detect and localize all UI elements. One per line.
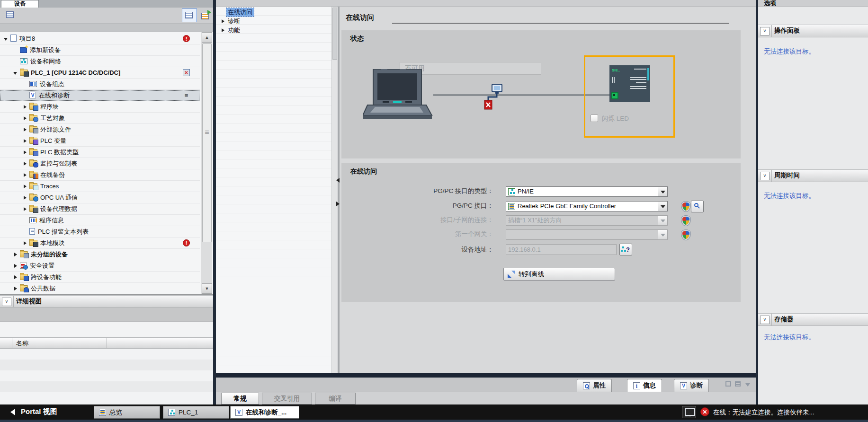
tree-view-icon[interactable] xyxy=(4,9,16,21)
dropdown-arrow-icon[interactable] xyxy=(658,202,667,211)
tree-item-local-modules[interactable]: 本地模块! xyxy=(0,237,200,249)
float-window-icon[interactable] xyxy=(725,381,731,387)
tree-item-external-source-files[interactable]: 外部源文件 xyxy=(0,124,200,135)
security-settings-icon xyxy=(20,263,27,269)
tree-item-plc-1[interactable]: PLC_1 [CPU 1214C DC/DC/DC]✕ xyxy=(0,67,200,79)
subtab-general[interactable]: 常规 xyxy=(221,393,259,404)
scroll-down-icon[interactable]: ▼ xyxy=(202,283,212,294)
detail-view-gap xyxy=(0,322,213,337)
nav-scrollbar-thumb[interactable] xyxy=(332,8,337,60)
svg-text:SIE..: SIE.. xyxy=(612,68,620,72)
expand-arrow-icon[interactable] xyxy=(13,286,20,291)
grip-badge-icon: ≡ xyxy=(183,92,190,99)
tree-item-device-proxy-data[interactable]: 设备代理数据 xyxy=(0,203,200,215)
expand-arrow-icon[interactable] xyxy=(23,161,29,166)
details-toggle-button[interactable] xyxy=(182,9,197,22)
detect-interface-button[interactable] xyxy=(691,201,704,212)
pgpc-interface-dropdown[interactable]: Realtek PCIe GbE Family Controller xyxy=(506,201,668,211)
tree-item-traces[interactable]: Traces xyxy=(0,181,200,192)
collapse-arrow-icon[interactable] xyxy=(4,36,10,41)
tree-item-watch-and-force-tables[interactable]: 监控与强制表 xyxy=(0,158,200,169)
export-table-button[interactable] xyxy=(198,9,212,22)
accessible-devices-button[interactable] xyxy=(619,244,632,255)
tree-item-plc-data-types[interactable]: PLC 数据类型 xyxy=(0,147,200,158)
taskbar-button-overview[interactable]: 总览 xyxy=(94,406,160,419)
expand-arrow-icon[interactable] xyxy=(221,28,226,33)
tree-item-devices-and-networks[interactable]: 设备和网络 xyxy=(0,56,200,67)
nav-scrollbar[interactable] xyxy=(331,7,338,374)
dock-window-icon[interactable] xyxy=(735,381,741,387)
options-section-cycle-time[interactable]: ˅周期时间 xyxy=(758,169,868,182)
expand-arrow-icon[interactable] xyxy=(23,105,29,109)
inspector-tab-diagnostics[interactable]: 诊断 xyxy=(674,379,709,392)
tree-item-plc-alarm-text-lists[interactable]: PLC 报警文本列表 xyxy=(0,226,200,237)
collapse-chevron-icon[interactable]: ˅ xyxy=(2,298,11,306)
tree-item-ungrouped-devices[interactable]: 未分组的设备 xyxy=(0,249,200,260)
subtab-compile[interactable]: 编译 xyxy=(315,393,356,404)
tree-item-add-new-device[interactable]: 添加新设备 xyxy=(0,44,200,56)
expand-arrow-icon[interactable] xyxy=(23,207,29,211)
tree-item-online-backups[interactable]: 在线备份 xyxy=(0,169,200,181)
expand-arrow-icon[interactable] xyxy=(13,275,20,280)
tree-item-device-configuration[interactable]: 设备组态 xyxy=(0,79,200,90)
tree-item-online-and-diagnostics[interactable]: 在线和诊断≡ xyxy=(0,90,200,101)
scrollbar-thumb[interactable] xyxy=(202,44,212,242)
portal-view-button[interactable]: Portal 视图 xyxy=(21,407,57,416)
expand-arrow-icon[interactable] xyxy=(13,264,20,268)
collapse-chevron-icon[interactable]: ˅ xyxy=(760,316,770,324)
portal-back-icon[interactable] xyxy=(10,409,15,415)
collapse-chevron-icon[interactable]: ˅ xyxy=(760,172,770,180)
expand-arrow-icon[interactable] xyxy=(13,252,20,257)
tree-item-plc-tags[interactable]: PLC 变量 xyxy=(0,135,200,147)
tree-item-project-8[interactable]: 项目8! xyxy=(0,33,200,44)
expand-arrow-icon[interactable] xyxy=(23,116,29,121)
expand-arrow-icon[interactable] xyxy=(221,19,226,24)
taskbar-button-online-diagnostics[interactable]: 在线和诊断_... xyxy=(230,406,299,419)
column-header-name[interactable]: 名称 xyxy=(12,338,107,348)
tree-item-security-settings[interactable]: 安全设置 xyxy=(0,260,200,272)
dropdown-arrow-icon[interactable] xyxy=(658,187,667,196)
detail-view-header[interactable]: ˅ 详细视图 xyxy=(0,295,213,308)
tab-devices[interactable]: 设备 xyxy=(1,0,39,8)
nav-item-online-access[interactable]: 在线访问 xyxy=(216,8,331,17)
expand-arrow-icon[interactable] xyxy=(23,150,29,155)
expand-arrow-icon[interactable] xyxy=(23,195,29,200)
taskbar-button-plc-1[interactable]: PLC_1 xyxy=(163,406,229,419)
tree-item-technology-objects[interactable]: 工艺对象 xyxy=(0,113,200,124)
inspector-tab-properties[interactable]: 属性 xyxy=(577,379,612,392)
expand-arrow-icon[interactable] xyxy=(23,241,29,246)
subtab-cross-references[interactable]: 交叉引用 xyxy=(262,393,312,404)
device-configuration-icon xyxy=(29,81,37,87)
technology-objects-icon xyxy=(29,115,37,121)
pgpc-interface-type-dropdown[interactable]: PN/IE xyxy=(506,186,668,197)
options-section-operator-panel[interactable]: ˅操作面板 xyxy=(758,25,868,37)
tree-item-common-data[interactable]: 公共数据 xyxy=(0,283,200,294)
inspector-tab-info[interactable]: 信息 xyxy=(627,379,662,392)
detail-view-row xyxy=(0,360,213,370)
tree-item-program-blocks[interactable]: 程序块 xyxy=(0,101,200,113)
scroll-up-icon[interactable]: ▲ xyxy=(202,32,212,43)
tree-scrollbar[interactable]: ▲ ▼ xyxy=(201,32,212,294)
go-offline-button[interactable]: 转到离线 xyxy=(503,268,615,281)
collapse-arrow-icon[interactable] xyxy=(13,70,20,75)
window-bottom-edge xyxy=(0,420,868,422)
tree-item-cross-device-functions[interactable]: 跨设备功能 xyxy=(0,272,200,283)
interface-subnet-connection-label: 接口/子网的连接： xyxy=(370,215,493,225)
collapse-left-icon[interactable] xyxy=(336,178,340,183)
nav-item-diagnostics[interactable]: 诊断 xyxy=(216,17,331,26)
nav-item-functions[interactable]: 功能 xyxy=(216,26,331,35)
section-title: 周期时间 xyxy=(774,171,800,180)
chevron-down-icon[interactable] xyxy=(745,383,750,387)
collapse-chevron-icon[interactable]: ˅ xyxy=(760,27,770,35)
tree-item-program-info[interactable]: 程序信息 xyxy=(0,215,200,226)
options-section-memory[interactable]: ˅存储器 xyxy=(758,313,868,326)
expand-arrow-icon[interactable] xyxy=(23,139,29,143)
collapse-right-icon[interactable] xyxy=(336,202,340,206)
tree-item-opc-ua-communication[interactable]: OPC UA 通信 xyxy=(0,192,200,203)
device-address-input xyxy=(506,244,617,255)
expand-arrow-icon[interactable] xyxy=(23,127,29,132)
status-panel-icon[interactable] xyxy=(682,406,696,418)
plc-data-types-icon xyxy=(29,149,37,155)
expand-arrow-icon[interactable] xyxy=(23,184,29,189)
expand-arrow-icon[interactable] xyxy=(23,173,29,177)
